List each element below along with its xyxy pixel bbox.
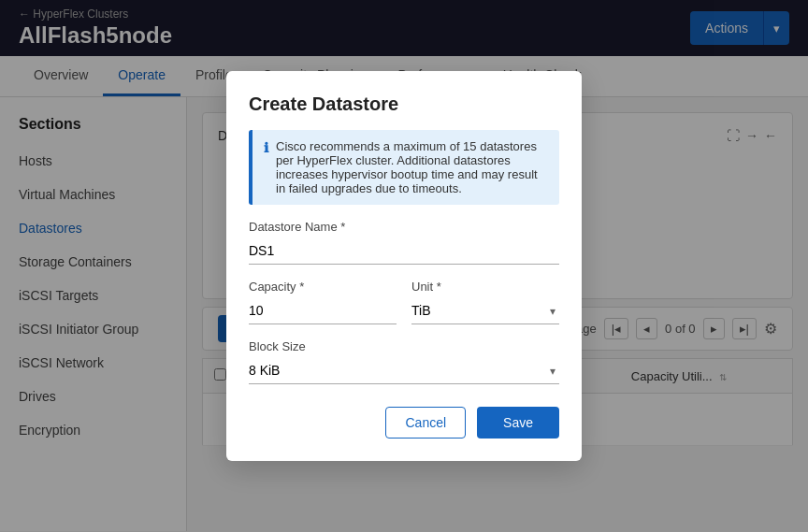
datastore-name-input[interactable] (249, 237, 559, 265)
block-size-select[interactable]: 8 KiB 4 KiB 16 KiB (249, 357, 559, 384)
block-size-select-wrapper: 8 KiB 4 KiB 16 KiB (249, 357, 559, 384)
unit-select-wrapper: TiB GiB MiB (411, 297, 559, 324)
modal-footer: Cancel Save (249, 407, 559, 439)
cancel-button[interactable]: Cancel (385, 407, 466, 439)
capacity-label: Capacity * (249, 280, 397, 294)
unit-select[interactable]: TiB GiB MiB (411, 297, 559, 324)
datastore-name-label: Datastore Name * (249, 220, 559, 234)
capacity-input[interactable] (249, 297, 397, 324)
info-text: Cisco recommends a maximum of 15 datasto… (276, 139, 548, 195)
unit-group: Unit * TiB GiB MiB (411, 280, 559, 324)
info-banner: ℹ Cisco recommends a maximum of 15 datas… (249, 130, 559, 205)
modal-title: Create Datastore (249, 93, 559, 115)
create-datastore-modal: Create Datastore ℹ Cisco recommends a ma… (226, 71, 582, 461)
modal-overlay: Create Datastore ℹ Cisco recommends a ma… (0, 0, 808, 531)
unit-label: Unit * (411, 280, 559, 294)
block-size-group: Block Size 8 KiB 4 KiB 16 KiB (249, 339, 559, 384)
info-icon: ℹ (264, 140, 268, 195)
save-button[interactable]: Save (477, 407, 559, 439)
capacity-unit-row: Capacity * Unit * TiB GiB MiB (249, 280, 559, 339)
block-size-label: Block Size (249, 339, 559, 353)
datastore-name-group: Datastore Name * (249, 220, 559, 265)
capacity-group: Capacity * (249, 280, 397, 324)
